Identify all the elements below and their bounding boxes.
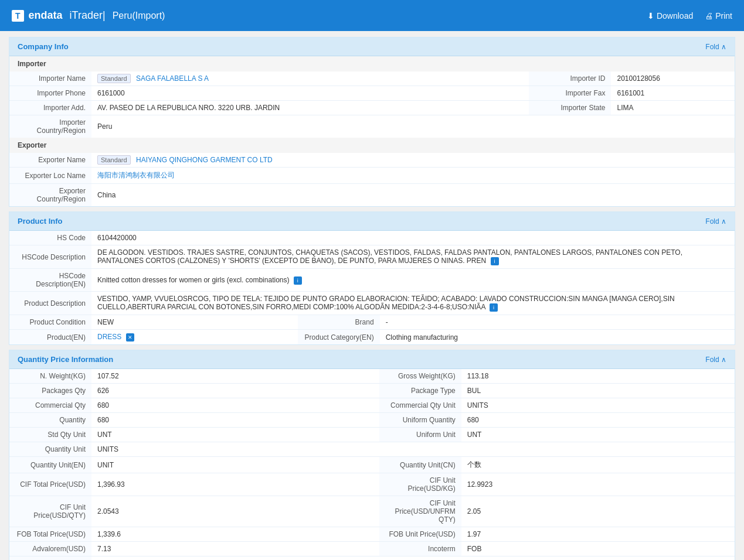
quantity-unit-cn-value: 个数: [461, 457, 735, 473]
importer-country-label: Importer Country/Region: [9, 115, 91, 138]
n-weight-label: N. Weight(KG): [9, 369, 91, 384]
fob-unit-label: FOB Unit Price(USD): [379, 527, 461, 542]
fob-unit-value: 1.97: [461, 527, 735, 542]
info-icon[interactable]: i: [294, 276, 302, 285]
exporter-country-label: Exporter Country/Region: [9, 184, 91, 207]
product-desc-label: Product Description: [9, 292, 91, 315]
importer-id-label: Importer ID: [529, 71, 611, 86]
table-row: Exporter Name Standard HAIYANG QINGHONG …: [9, 153, 735, 168]
exporter-country-value: China: [91, 184, 735, 207]
hs-code-label: HS Code: [9, 231, 91, 245]
standard-badge: Standard: [97, 74, 131, 83]
exporter-name-label: Exporter Name: [9, 153, 91, 168]
n-weight-value: 107.52: [91, 369, 379, 384]
close-icon[interactable]: ✕: [126, 333, 134, 342]
hscode-desc-en-label: HSCode Description(EN): [9, 269, 91, 292]
cif-unit-kg-label: CIF Unit Price(USD/KG): [379, 473, 461, 496]
exporter-name-link[interactable]: HAIYANG QINGHONG GARMENT CO LTD: [136, 156, 273, 164]
fob-total-value: 1,339.6: [91, 527, 379, 542]
table-row: CIF Unit Price(USD/QTY) 2.0543 CIF Unit …: [9, 496, 735, 527]
page-title: Peru(Import): [113, 11, 165, 21]
table-row: FOB Total Price(USD) 1,339.6 FOB Unit Pr…: [9, 527, 735, 542]
cif-unit-unfrm-value: 2.05: [461, 496, 735, 527]
company-info-section: Company Info Fold ∧ Importer Importer Na…: [9, 37, 735, 207]
importer-phone-label: Importer Phone: [9, 86, 91, 101]
product-info-table: HS Code 6104420000 HSCode Description DE…: [9, 231, 735, 344]
download-icon: ⬇: [647, 11, 654, 21]
print-button[interactable]: 🖨 Print: [705, 11, 732, 21]
company-info-header: Company Info Fold ∧: [9, 37, 735, 56]
cif-unit-kg-value: 12.9923: [461, 473, 735, 496]
table-row: Product Description VESTIDO, YAMP, VVUEL…: [9, 292, 735, 315]
table-row: CIF Total Price(USD) 1,396.93 CIF Unit P…: [9, 473, 735, 496]
brand-label: Brand: [298, 315, 380, 330]
table-row: HS Code 6104420000: [9, 231, 735, 245]
product-desc-value: VESTIDO, YAMP, VVUELOSRCOG, TIPO DE TELA…: [91, 292, 735, 315]
table-row: Quantity Unit(EN) UNIT Quantity Unit(CN)…: [9, 457, 735, 473]
info-icon[interactable]: i: [491, 257, 499, 265]
header: T endata iTrader| Peru(Import) ⬇ Downloa…: [0, 0, 744, 31]
standard-badge: Standard: [97, 155, 131, 165]
importer-name-link[interactable]: SAGA FALABELLA S A: [136, 74, 209, 83]
logo-box: T: [12, 10, 24, 22]
hscode-desc-value: DE ALGODON. VESTIDOS. TRAJES SASTRE, CON…: [91, 245, 735, 269]
cif-total-value: 1,396.93: [91, 473, 379, 496]
company-info-fold-button[interactable]: Fold ∧: [705, 43, 726, 51]
importer-state-label: Importer State: [529, 101, 611, 115]
product-info-header: Product Info Fold ∧: [9, 212, 735, 231]
table-row: Std Qty Unit UNT Uniform Unit UNT: [9, 428, 735, 442]
importer-state-value: LIMA: [611, 101, 735, 115]
std-qty-unit-value: UNT: [91, 428, 379, 442]
quantity-price-title: Quantity Price Information: [18, 355, 113, 364]
commercial-qty-unit-label: Commercial Qty Unit: [379, 398, 461, 413]
advalorem-label: Advalorem(USD): [9, 542, 91, 556]
product-condition-label: Product Condition: [9, 315, 91, 330]
quantity-unit-value: UNITS: [91, 442, 735, 457]
product-en-label: Product(EN): [9, 330, 91, 345]
package-type-label: Package Type: [379, 384, 461, 398]
hscode-desc-label: HSCode Description: [9, 245, 91, 269]
hs-code-value: 6104420000: [91, 231, 735, 245]
packages-qty-value: 626: [91, 384, 379, 398]
exporter-name-value: Standard HAIYANG QINGHONG GARMENT CO LTD: [91, 153, 735, 168]
table-row: Advalorem(USD) 7.13 Incoterm FOB: [9, 542, 735, 556]
exporter-table: Exporter Name Standard HAIYANG QINGHONG …: [9, 153, 735, 206]
commercial-qty-label: Commercial Qty: [9, 398, 91, 413]
table-row: Packages Qty 626 Package Type BUL: [9, 384, 735, 398]
download-button[interactable]: ⬇ Download: [647, 11, 693, 21]
info-icon[interactable]: i: [490, 303, 498, 312]
gross-weight-value: 113.18: [461, 369, 735, 384]
package-type-value: BUL: [461, 384, 735, 398]
separator: iTrader|: [70, 9, 106, 22]
cif-total-label: CIF Total Price(USD): [9, 473, 91, 496]
product-category-value: Clothing manufacturing: [380, 330, 735, 345]
exporter-loc-value: 海阳市清鸿制衣有限公司: [91, 168, 735, 184]
print-icon: 🖨: [705, 11, 713, 21]
importer-id-value: 20100128056: [611, 71, 735, 86]
importer-add-value: AV. PASEO DE LA REPUBLICA NRO. 3220 URB.…: [91, 101, 529, 115]
quantity-unit-en-value: UNIT: [91, 457, 379, 473]
importer-group-header: Importer: [9, 56, 735, 71]
logo-name: endata: [29, 9, 63, 22]
quantity-price-header: Quantity Price Information Fold ∧: [9, 350, 735, 369]
packages-qty-label: Packages Qty: [9, 384, 91, 398]
table-row: HSCode Description DE ALGODON. VESTIDOS.…: [9, 245, 735, 269]
uniform-quantity-label: Uniform Quantity: [379, 413, 461, 428]
cif-unit-unfrm-label: CIF Unit Price(USD/UNFRM QTY): [379, 496, 461, 527]
quantity-unit-label: Quantity Unit: [9, 442, 91, 457]
gross-weight-label: Gross Weight(KG): [379, 369, 461, 384]
cif-unit-qty-label: CIF Unit Price(USD/QTY): [9, 496, 91, 527]
main-content: Company Info Fold ∧ Importer Importer Na…: [0, 31, 744, 560]
quantity-price-fold-button[interactable]: Fold ∧: [705, 356, 726, 364]
product-info-fold-button[interactable]: Fold ∧: [705, 217, 726, 226]
header-left: T endata iTrader| Peru(Import): [12, 9, 165, 22]
product-en-link[interactable]: DRESS: [97, 333, 121, 341]
table-row: Exporter Country/Region China: [9, 184, 735, 207]
uniform-unit-value: UNT: [461, 428, 735, 442]
table-row: Quantity 680 Uniform Quantity 680: [9, 413, 735, 428]
table-row: Importer Country/Region Peru: [9, 115, 735, 138]
importer-fax-label: Importer Fax: [529, 86, 611, 101]
importer-phone-value: 6161000: [91, 86, 529, 101]
quantity-label: Quantity: [9, 413, 91, 428]
product-condition-value: NEW: [91, 315, 298, 330]
